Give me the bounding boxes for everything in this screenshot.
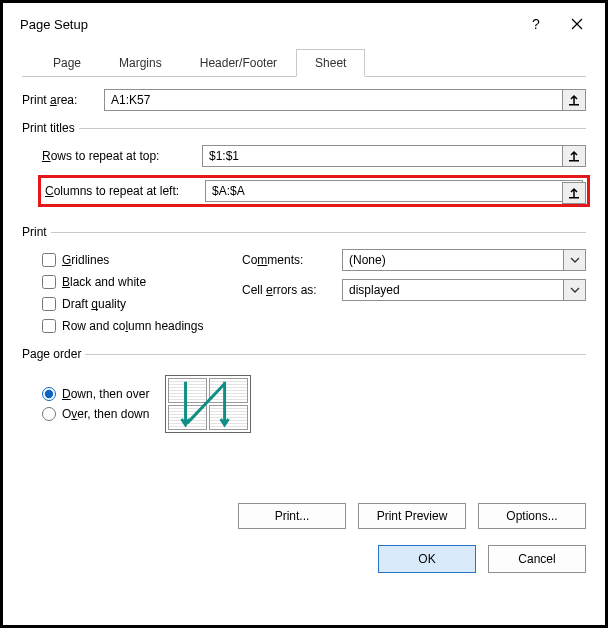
print-button[interactable]: Print... [238, 503, 346, 529]
draft-checkbox-row[interactable]: Draft quality [42, 293, 242, 315]
headings-checkbox[interactable] [42, 319, 56, 333]
collapse-dialog-icon [568, 150, 580, 162]
bw-checkbox-row[interactable]: Black and white [42, 271, 242, 293]
comments-select[interactable]: (None) [342, 249, 564, 271]
bw-checkbox[interactable] [42, 275, 56, 289]
over-down-radio-row[interactable]: Over, then down [42, 407, 149, 421]
rows-repeat-label: Rows to repeat at top: [42, 149, 202, 163]
options-button[interactable]: Options... [478, 503, 586, 529]
gridlines-checkbox-row[interactable]: Gridlines [42, 249, 242, 271]
print-titles-group: Print titles Rows to repeat at top: Colu… [22, 121, 586, 215]
chevron-down-icon [570, 285, 580, 295]
close-button[interactable] [556, 9, 598, 39]
tab-strip: Page Margins Header/Footer Sheet [22, 48, 586, 77]
svg-rect-2 [569, 197, 579, 199]
collapse-dialog-icon [568, 187, 580, 199]
print-area-collapse-button[interactable] [562, 89, 586, 111]
print-legend: Print [22, 225, 51, 239]
cancel-button[interactable]: Cancel [488, 545, 586, 573]
over-down-radio[interactable] [42, 407, 56, 421]
comments-dropdown-button[interactable] [564, 249, 586, 271]
print-group: Print Gridlines Black and white Draft qu… [22, 225, 586, 337]
chevron-down-icon [570, 255, 580, 265]
page-order-group: Page order Down, then over Over, then do… [22, 347, 586, 433]
print-area-label: Print area: [22, 93, 104, 107]
down-over-radio-row[interactable]: Down, then over [42, 387, 149, 401]
tab-margins[interactable]: Margins [100, 49, 181, 77]
page-order-preview [165, 375, 251, 433]
ok-button[interactable]: OK [378, 545, 476, 573]
dialog-title: Page Setup [20, 17, 88, 32]
print-area-input[interactable] [104, 89, 562, 111]
page-order-legend: Page order [22, 347, 85, 361]
tab-page[interactable]: Page [34, 49, 100, 77]
cols-repeat-collapse-button[interactable] [562, 182, 586, 204]
rows-repeat-input[interactable] [202, 145, 562, 167]
headings-checkbox-row[interactable]: Row and column headings [42, 315, 242, 337]
print-titles-legend: Print titles [22, 121, 79, 135]
cell-errors-select[interactable]: displayed [342, 279, 564, 301]
print-preview-button[interactable]: Print Preview [358, 503, 466, 529]
tab-sheet[interactable]: Sheet [296, 49, 365, 77]
help-button[interactable]: ? [516, 9, 556, 39]
close-icon [571, 18, 583, 30]
collapse-dialog-icon [568, 94, 580, 106]
draft-checkbox[interactable] [42, 297, 56, 311]
cell-errors-dropdown-button[interactable] [564, 279, 586, 301]
cell-errors-label: Cell errors as: [242, 283, 342, 297]
svg-rect-0 [569, 104, 579, 106]
comments-label: Comments: [242, 253, 342, 267]
tab-header-footer[interactable]: Header/Footer [181, 49, 296, 77]
rows-repeat-collapse-button[interactable] [562, 145, 586, 167]
svg-rect-1 [569, 160, 579, 162]
down-over-radio[interactable] [42, 387, 56, 401]
gridlines-checkbox[interactable] [42, 253, 56, 267]
